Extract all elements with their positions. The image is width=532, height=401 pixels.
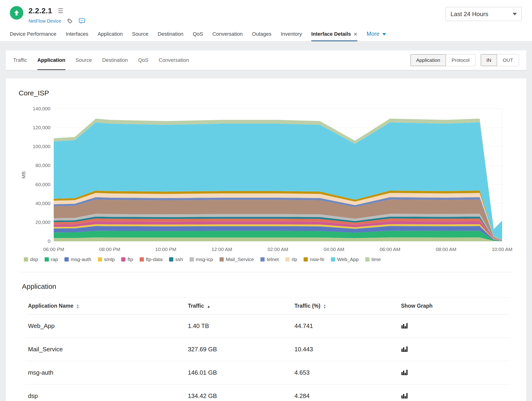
- main-tab-qos[interactable]: QoS: [193, 31, 203, 41]
- main-tab-application[interactable]: Application: [98, 31, 123, 41]
- chevron-down-icon: [382, 33, 386, 36]
- bar-chart-icon[interactable]: [401, 392, 409, 400]
- application-name-cell: msg-auth: [26, 361, 185, 384]
- svg-text:10:00 PM: 10:00 PM: [155, 247, 176, 252]
- main-tab-inventory[interactable]: Inventory: [281, 31, 302, 41]
- legend-item-rap: rap: [44, 257, 58, 262]
- legend-item-ftp: ftp: [121, 257, 133, 262]
- svg-text:40,000: 40,000: [36, 201, 51, 206]
- bar-chart-icon[interactable]: [401, 368, 409, 377]
- legend-item-rlp: rlp: [285, 257, 297, 262]
- legend-swatch: [285, 257, 290, 261]
- toggle-out[interactable]: OUT: [497, 54, 519, 66]
- main-tabs: Device PerformanceInterfacesApplicationS…: [10, 31, 522, 41]
- sub-tab-source[interactable]: Source: [76, 50, 92, 70]
- table-row: dsp134.42 GB4.284: [26, 384, 510, 401]
- traffic-pct-cell: 44.741: [292, 315, 399, 338]
- application-name-cell: Mail_Service: [26, 338, 185, 361]
- chevron-down-icon: [513, 13, 517, 15]
- device-brand: 2.2.2.1 ☰ NetFlow Device: [10, 6, 522, 24]
- toggle-in[interactable]: IN: [481, 54, 497, 66]
- traffic-cell: 146.01 GB: [185, 361, 292, 384]
- column-header-application-name[interactable]: Application Name▲▼: [26, 298, 185, 315]
- sort-asc-icon[interactable]: ▲: [207, 304, 210, 308]
- more-label: More: [367, 31, 380, 37]
- legend-swatch: [169, 257, 173, 261]
- bar-chart-icon[interactable]: [401, 322, 409, 330]
- main-tab-more[interactable]: More: [367, 31, 386, 41]
- toggle-application[interactable]: Application: [411, 54, 446, 66]
- application-name-cell: dsp: [26, 384, 185, 401]
- menu-icon[interactable]: ☰: [58, 7, 63, 15]
- main-tab-outages[interactable]: Outages: [252, 31, 271, 41]
- tag-icon[interactable]: [67, 19, 73, 24]
- legend-swatch: [365, 257, 369, 261]
- svg-text:60,000: 60,000: [36, 182, 51, 187]
- show-graph-cell: [399, 338, 510, 361]
- legend-item-dsp: dsp: [24, 257, 38, 262]
- sub-tab-qos[interactable]: QoS: [138, 50, 148, 70]
- time-range-select[interactable]: Last 24 Hours: [446, 7, 522, 21]
- traffic-cell: 327.69 GB: [185, 338, 292, 361]
- table-title: Application: [22, 283, 513, 290]
- legend-item-ftp-data: ftp-data: [140, 257, 163, 262]
- sort-icon[interactable]: ▲▼: [323, 304, 326, 309]
- main-tab-destination[interactable]: Destination: [158, 31, 183, 41]
- sort-icon[interactable]: ▲▼: [76, 304, 79, 309]
- svg-text:0: 0: [48, 238, 51, 244]
- sub-tab-application[interactable]: Application: [37, 50, 65, 70]
- bar-chart-icon[interactable]: [401, 345, 409, 354]
- main-tab-interfaces[interactable]: Interfaces: [66, 31, 88, 41]
- device-title: 2.2.2.1: [28, 6, 52, 15]
- legend-label: Web_App: [337, 257, 359, 262]
- main-tab-label: Application: [98, 31, 123, 37]
- application-table: Application Name▲▼Traffic▲Traffic (%)▲▼S…: [26, 297, 510, 401]
- annotation-icon[interactable]: [79, 18, 85, 24]
- legend-label: msg-icp: [196, 257, 213, 262]
- legend-item-msg-auth: msg-auth: [64, 257, 91, 262]
- legend-swatch: [260, 257, 265, 261]
- legend-label: dsp: [30, 257, 38, 262]
- main-tab-device-performance[interactable]: Device Performance: [10, 31, 56, 41]
- column-label: Application Name: [28, 303, 73, 309]
- sub-tab-traffic[interactable]: Traffic: [13, 50, 27, 70]
- legend-item-time: time: [365, 257, 381, 262]
- main-tab-interface-details[interactable]: Interface Details×: [311, 31, 357, 41]
- column-header-show-graph: Show Graph: [399, 298, 510, 315]
- tab-close-icon[interactable]: ×: [354, 32, 357, 36]
- toggle-protocol[interactable]: Protocol: [446, 54, 475, 66]
- view-toolbar: TrafficApplicationSourceDestinationQoSCo…: [6, 50, 526, 70]
- legend-item-msg-icp: msg-icp: [190, 257, 213, 262]
- view-toggles: ApplicationProtocol INOUT: [410, 50, 519, 70]
- table-row: msg-auth146.01 GB4.653: [26, 361, 510, 384]
- legend-item-mail-service: Mail_Service: [220, 257, 254, 262]
- legend-swatch: [190, 257, 194, 261]
- svg-text:20,000: 20,000: [36, 220, 51, 225]
- legend-label: nsw-fe: [310, 257, 324, 262]
- metric-toggle: ApplicationProtocol: [410, 54, 475, 66]
- column-label: Traffic: [188, 303, 204, 309]
- main-tab-label: Source: [132, 31, 149, 37]
- direction-toggle: INOUT: [481, 54, 519, 66]
- legend-swatch: [44, 257, 49, 261]
- legend-label: msg-auth: [71, 257, 91, 262]
- main-tab-label: Device Performance: [10, 31, 56, 37]
- table-body: Web_App1.40 TB44.741Mail_Service327.69 G…: [26, 315, 510, 401]
- sub-tab-conversation[interactable]: Conversation: [159, 50, 189, 70]
- legend-swatch: [64, 257, 69, 261]
- device-status-up-icon: [10, 6, 23, 20]
- main-tab-label: QoS: [193, 31, 203, 37]
- time-range-value: Last 24 Hours: [450, 11, 488, 18]
- column-header-traffic[interactable]: Traffic▲: [185, 298, 292, 315]
- legend-label: ssh: [175, 257, 183, 262]
- svg-text:10:00 AM: 10:00 AM: [492, 247, 513, 252]
- device-type-link[interactable]: NetFlow Device: [28, 19, 61, 24]
- interface-details-panel: Core_ISP 020,00040,00060,00080,000100,00…: [6, 78, 526, 401]
- sub-tab-destination[interactable]: Destination: [102, 50, 128, 70]
- main-tab-conversation[interactable]: Conversation: [212, 31, 243, 41]
- legend-label: rap: [51, 257, 58, 262]
- main-tab-source[interactable]: Source: [132, 31, 149, 41]
- column-header-traffic-[interactable]: Traffic (%)▲▼: [292, 298, 399, 315]
- svg-text:08:00 PM: 08:00 PM: [99, 247, 120, 252]
- traffic-area-chart: 020,00040,00060,00080,000100,000120,0001…: [19, 105, 513, 255]
